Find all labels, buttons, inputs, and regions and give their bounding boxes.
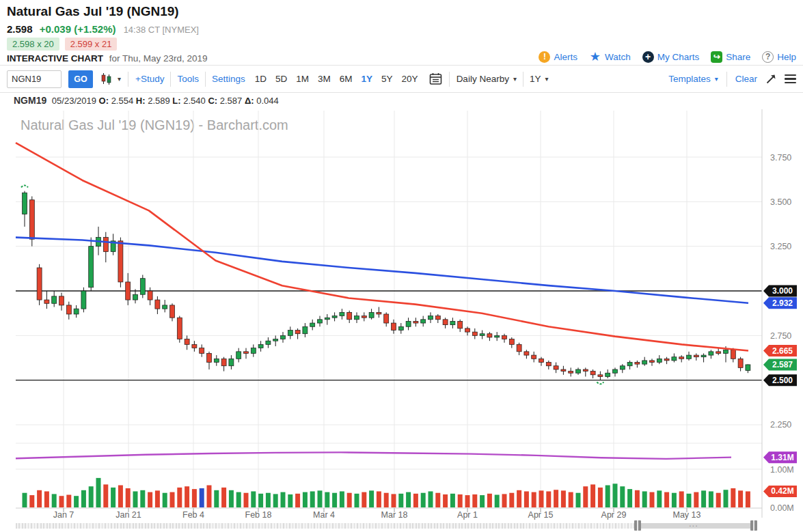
calendar-icon[interactable] <box>429 72 442 85</box>
candlestick <box>355 316 359 320</box>
volume-bar <box>724 490 729 507</box>
x-axis-label: Jan 7 <box>53 510 74 520</box>
volume-badge-text: 0.42M <box>771 486 793 496</box>
volume-bar <box>627 489 632 507</box>
volume-bar <box>502 494 507 507</box>
alert-icon: ! <box>539 51 550 63</box>
watch-link[interactable]: ★ Watch <box>589 51 631 63</box>
candlestick <box>177 318 182 339</box>
chevron-down-icon: ▾ <box>118 75 121 83</box>
chart-watermark: Natural Gas Jul '19 (NGN19) - Barchart.c… <box>21 117 288 132</box>
range-20y[interactable]: 20Y <box>402 74 418 84</box>
range-1m[interactable]: 1M <box>296 74 309 84</box>
range-1y-active[interactable]: 1Y <box>362 74 373 84</box>
volume-bar <box>44 491 49 507</box>
price-change: +0.039 (+1.52%) <box>40 23 116 35</box>
clear-link[interactable]: Clear <box>735 74 757 84</box>
range-5d[interactable]: 5D <box>275 74 287 84</box>
chart-date: for Thu, May 23rd, 2019 <box>109 53 208 64</box>
volume-bar <box>687 494 692 507</box>
candlestick <box>480 334 485 336</box>
candlestick <box>66 305 71 314</box>
chart-type-dropdown[interactable]: ▾ <box>100 72 121 85</box>
symbol-input[interactable] <box>7 70 62 88</box>
volume-bar <box>103 484 108 507</box>
alerts-link[interactable]: ! Alerts <box>539 51 577 63</box>
my-charts-link[interactable]: + My Charts <box>642 51 700 63</box>
range-5y[interactable]: 5Y <box>381 74 393 84</box>
candlestick <box>509 339 514 345</box>
volume-bar <box>569 492 573 507</box>
volume-ma-line <box>16 452 731 459</box>
frequency-dropdown[interactable]: Daily Nearby ▾ <box>457 74 517 84</box>
volume-bar <box>458 494 463 507</box>
watch-label: Watch <box>605 52 631 62</box>
ohlc-symbol: NGM19 <box>14 95 46 106</box>
price-chart[interactable]: Natural Gas Jul '19 (NGN19) - Barchart.c… <box>0 109 803 532</box>
volume-bar <box>155 490 160 507</box>
volume-bar <box>377 491 381 507</box>
candlestick <box>657 359 662 362</box>
volume-bar <box>303 492 308 507</box>
quote-row: 2.598 +0.039 (+1.52%) 14:38 CT [NYMEX] <box>7 23 199 35</box>
close-label: C: <box>208 96 217 106</box>
candlestick <box>133 294 138 300</box>
volume-bar <box>281 492 286 507</box>
scrollbar-right-handle[interactable] <box>750 520 757 531</box>
volume-bar <box>89 486 94 507</box>
candlestick <box>251 348 256 354</box>
candlestick <box>443 320 448 325</box>
scrollbar-grip-dots[interactable]: ... <box>689 518 698 529</box>
annotate-arrow-icon[interactable] <box>765 74 776 85</box>
contract-high-marker <box>21 185 28 187</box>
candlestick <box>44 300 49 303</box>
volume-bar <box>709 491 713 507</box>
candlestick <box>295 330 300 333</box>
volume-bar <box>435 493 440 507</box>
page-title: Natural Gas Jul '19 (NGN19) <box>7 4 179 19</box>
volume-bar <box>207 486 212 507</box>
go-button[interactable]: GO <box>68 70 93 88</box>
volume-bar <box>347 493 352 507</box>
volume-bar <box>524 491 529 507</box>
candlestick <box>200 348 204 354</box>
scrollbar-left-handle[interactable] <box>634 520 641 531</box>
candlestick <box>325 318 329 320</box>
volume-bar <box>81 490 86 507</box>
open-label: O: <box>99 96 109 106</box>
candlestick <box>546 363 551 366</box>
candlestick <box>679 357 684 359</box>
templates-dropdown[interactable]: Templates ▾ <box>668 74 718 84</box>
menu-icon[interactable] <box>785 74 796 84</box>
share-label: Share <box>726 52 750 62</box>
tools-link[interactable]: Tools <box>177 74 199 84</box>
contract-low-marker <box>597 382 603 384</box>
period-dropdown[interactable]: 1Y ▾ <box>530 74 549 84</box>
candlestick <box>318 320 323 323</box>
share-link[interactable]: ↪ Share <box>711 51 750 63</box>
candlestick <box>392 323 396 330</box>
last-price: 2.598 <box>7 23 33 35</box>
price-axis-label: 2.750 <box>770 331 791 341</box>
add-study-link[interactable]: +Study <box>135 74 164 84</box>
range-1d[interactable]: 1D <box>255 74 267 84</box>
candlestick <box>605 373 610 376</box>
alerts-label: Alerts <box>554 52 577 62</box>
settings-link[interactable]: Settings <box>212 74 245 84</box>
range-6m[interactable]: 6M <box>340 74 353 84</box>
candlestick <box>569 372 573 374</box>
volume-bar <box>384 493 389 507</box>
candlestick <box>266 341 271 344</box>
volume-bar <box>170 492 175 507</box>
volume-bar <box>369 490 374 507</box>
toolbar-divider <box>205 72 206 87</box>
volume-bar <box>679 491 684 507</box>
range-3m[interactable]: 3M <box>318 74 331 84</box>
candlestick <box>495 335 500 337</box>
candlestick <box>52 296 57 303</box>
volume-bar <box>118 486 123 507</box>
help-link[interactable]: ? Help <box>762 51 796 63</box>
candlestick <box>517 344 521 351</box>
volume-axis-label: 0.00M <box>770 503 794 513</box>
toolbar-right: Templates ▾ Clear <box>668 72 796 87</box>
